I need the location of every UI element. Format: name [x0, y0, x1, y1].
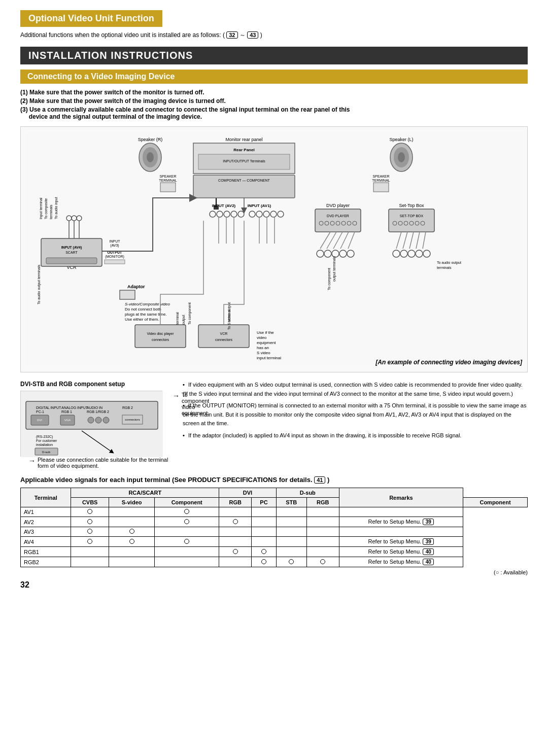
additional-text: Additional functions when the optional v… [20, 31, 528, 40]
avail-circle [261, 559, 266, 564]
th-rca-scart: RCA/SCART [71, 488, 219, 498]
table-row: AV4 Refer to Setup Menu. 39 [21, 537, 528, 547]
th-dvi-rgb: RGB [219, 498, 252, 507]
svg-text:RGB 1/RGB 2: RGB 1/RGB 2 [87, 410, 109, 414]
dvi-notes: • If video equipment with an S video out… [183, 381, 528, 443]
svg-text:VCR: VCR [220, 332, 228, 335]
svg-text:INPUT (AV1): INPUT (AV1) [248, 203, 271, 208]
avail-circle [87, 529, 92, 534]
optional-title-box: Optional Video Unit Function [20, 10, 528, 31]
instruction-1: (1) Make sure that the power switch of t… [20, 89, 528, 96]
instructions-list: (1) Make sure that the power switch of t… [20, 89, 528, 120]
svg-text:INPUT: INPUT [110, 239, 121, 243]
avail-circle [261, 549, 266, 554]
svg-text:To audio output terminals: To audio output terminals [37, 264, 41, 304]
svg-text:VGA: VGA [64, 419, 71, 422]
svg-text:Speaker (L): Speaker (L) [389, 137, 413, 142]
avail-circle [233, 549, 238, 554]
svg-text:RGB 1: RGB 1 [61, 410, 72, 414]
svg-text:To composite: To composite [44, 198, 48, 219]
svg-text:connectors: connectors [215, 338, 233, 341]
th-svideo: S-video [109, 498, 154, 507]
avail-circle [87, 519, 92, 524]
svg-text:installation: installation [36, 443, 53, 446]
avail-circle [129, 539, 134, 544]
table-row: RGB2 Refer to Setup Menu. 40 [21, 557, 528, 567]
table-row: AV1 [21, 507, 528, 517]
diagram-svg: Monitor rear panel Rear Panel INPUT/OUTP… [26, 132, 523, 365]
th-remarks: Remarks [339, 488, 463, 507]
svg-text:S video: S video [257, 351, 270, 355]
component-arrow-2: → Please use connection cable suitable f… [20, 457, 173, 469]
svg-text:For customer: For customer [36, 439, 57, 442]
svg-text:DVD PLAYER: DVD PLAYER [327, 214, 349, 218]
svg-text:(RS-232C): (RS-232C) [36, 435, 53, 439]
svg-text:Video disc player: Video disc player [147, 332, 174, 336]
svg-rect-16 [160, 183, 176, 192]
svg-point-13 [398, 152, 405, 162]
svg-text:PC-1: PC-1 [36, 410, 44, 414]
dvi-left-col: DVI-STB and RGB component setup DIGITAL … [20, 381, 173, 469]
avail-circle [87, 539, 92, 544]
th-dvi-pc: PC [252, 498, 276, 507]
svg-point-144 [88, 417, 94, 423]
svg-rect-81 [389, 209, 434, 232]
svg-text:SPEAKER: SPEAKER [372, 175, 389, 178]
dvi-note-1: • If video equipment with an S video out… [183, 381, 528, 398]
svg-text:Set-Top Box: Set-Top Box [399, 203, 424, 208]
dvi-diagram: DIGITAL INPUT PC-1 DVI ANALOG INPUT RGB … [20, 391, 162, 457]
svg-point-146 [103, 417, 109, 423]
svg-text:SPEAKER: SPEAKER [159, 175, 176, 178]
svg-text:DVI: DVI [37, 419, 42, 422]
circle-32: 32 [226, 31, 237, 39]
svg-point-145 [95, 417, 101, 423]
dvi-svg: DIGITAL INPUT PC-1 DVI ANALOG INPUT RGB … [21, 391, 163, 457]
avail-circle [129, 529, 134, 534]
applicable-section: Applicable video signals for each input … [20, 476, 528, 575]
installation-title: INSTALLATION INSTRUCTIONS [20, 47, 528, 64]
th-terminal: Terminal [21, 488, 71, 507]
svg-rect-28 [46, 258, 97, 264]
dvi-right-col: • If video equipment with an S video out… [183, 381, 528, 469]
diagram-label: [An example of connecting video imaging … [375, 359, 522, 366]
optional-title: Optional Video Unit Function [20, 10, 162, 27]
avail-circle [184, 539, 189, 544]
svg-text:To component: To component [327, 268, 331, 290]
svg-rect-19 [373, 183, 389, 192]
svg-text:Do not connect both: Do not connect both [125, 307, 161, 312]
avail-circle [184, 519, 189, 524]
circle-41: 41 [314, 476, 325, 484]
dvi-note-2: • If the OUTPUT (MONITOR) terminal is co… [183, 401, 528, 428]
connection-diagram: Monitor rear panel Rear Panel INPUT/OUTP… [20, 126, 528, 372]
svg-text:TERMINAL: TERMINAL [372, 179, 390, 182]
svg-text:equipment: equipment [257, 340, 276, 345]
svg-text:D-sub: D-sub [42, 451, 51, 454]
applicable-title: Applicable video signals for each input … [20, 476, 528, 484]
component-label-2: Please use connection cable suitable for… [38, 457, 173, 469]
svg-text:Use either of them.: Use either of them. [125, 317, 159, 322]
avail-note: (○ : Available) [20, 569, 528, 575]
svg-text:video: video [257, 335, 267, 340]
svg-text:terminal: terminal [227, 310, 231, 322]
svg-text:Speaker (R): Speaker (R) [138, 137, 163, 142]
svg-text:output terminals: output terminals [332, 256, 336, 282]
svg-rect-113 [135, 325, 186, 348]
svg-text:connectors: connectors [152, 338, 169, 341]
th-dsub-comp: Component [463, 498, 528, 507]
svg-text:INPUT (AV2): INPUT (AV2) [212, 203, 236, 208]
svg-text:input terminal: input terminal [257, 356, 281, 360]
instruction-3: (3) Use a commercially available cable a… [20, 106, 528, 120]
avail-circle [289, 559, 294, 564]
th-dvi: DVI [219, 488, 277, 498]
table-row: AV2 Refer to Setup Menu. 39 [21, 517, 528, 527]
table-row: AV3 [21, 527, 528, 537]
th-dvi-stb: STB [276, 498, 306, 507]
svg-text:terminals: terminals [49, 204, 53, 219]
th-cvbs: CVBS [71, 498, 109, 507]
svg-text:AUDIO IN: AUDIO IN [87, 406, 102, 409]
svg-text:connectors: connectors [125, 418, 140, 421]
th-component: Component [155, 498, 219, 507]
svg-text:DIGITAL INPUT: DIGITAL INPUT [36, 406, 61, 409]
avail-circle [320, 559, 325, 564]
svg-text:TERMINAL: TERMINAL [159, 179, 177, 182]
